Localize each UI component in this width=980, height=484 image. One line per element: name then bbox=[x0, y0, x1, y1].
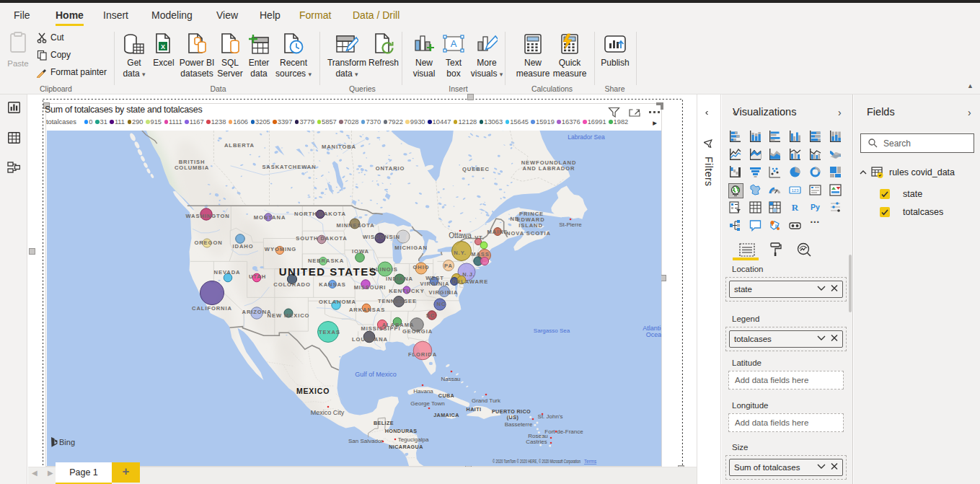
svg-text:Bing: Bing bbox=[59, 438, 75, 446]
svg-text:MEXICO: MEXICO bbox=[296, 387, 330, 395]
svg-text:Py: Py bbox=[811, 203, 820, 211]
svg-text:123: 123 bbox=[791, 188, 799, 193]
svg-text:NICARAGUA: NICARAGUA bbox=[389, 444, 423, 450]
svg-text:WISCONSIN: WISCONSIN bbox=[363, 234, 400, 240]
svg-text:OKLAHOMA: OKLAHOMA bbox=[319, 299, 356, 305]
svg-text:NEVADA: NEVADA bbox=[214, 269, 241, 276]
svg-text:Basseterre: Basseterre bbox=[505, 421, 533, 428]
svg-text:WYOMING: WYOMING bbox=[265, 246, 296, 252]
svg-text:VIRGINIA: VIRGINIA bbox=[429, 289, 459, 296]
svg-text:Fort-de-France: Fort-de-France bbox=[544, 428, 583, 435]
svg-text:TENNESSEE: TENNESSEE bbox=[378, 298, 417, 304]
svg-text:SASKATCHEWAN: SASKATCHEWAN bbox=[262, 164, 316, 170]
svg-text:CALIFORNIA: CALIFORNIA bbox=[192, 305, 232, 312]
svg-text:N.J.: N.J. bbox=[462, 271, 475, 278]
svg-text:FLORIDA: FLORIDA bbox=[408, 351, 437, 358]
svg-text:MICHIGAN: MICHIGAN bbox=[394, 245, 428, 251]
svg-text:DELAWARE: DELAWARE bbox=[452, 278, 488, 285]
svg-text:MANITOBA: MANITOBA bbox=[322, 144, 356, 150]
svg-text:Terms: Terms bbox=[584, 459, 596, 464]
svg-text:Ocean: Ocean bbox=[646, 331, 661, 338]
svg-text:VT.: VT. bbox=[474, 234, 485, 241]
svg-text:INDIANA: INDIANA bbox=[386, 276, 413, 282]
svg-text:LOUISIANA: LOUISIANA bbox=[352, 336, 388, 343]
svg-text:HAITI: HAITI bbox=[467, 406, 482, 413]
svg-text:HONDURAS: HONDURAS bbox=[385, 428, 418, 434]
svg-text:ALBERTA: ALBERTA bbox=[224, 142, 255, 149]
svg-text:Havana: Havana bbox=[413, 388, 433, 395]
svg-text:MASS: MASS bbox=[471, 251, 490, 258]
svg-text:BELIZE: BELIZE bbox=[374, 420, 394, 426]
svg-text:VIRGINIA: VIRGINIA bbox=[420, 281, 450, 287]
svg-text:PA: PA bbox=[444, 263, 453, 269]
svg-text:Grand Turk: Grand Turk bbox=[472, 397, 501, 404]
svg-text:Gulf of Mexico: Gulf of Mexico bbox=[355, 371, 397, 378]
svg-text:OHIO: OHIO bbox=[412, 264, 429, 270]
svg-text:N.Y.: N.Y. bbox=[454, 250, 467, 256]
svg-text:Ottawa: Ottawa bbox=[449, 232, 472, 239]
svg-text:ARIZONA: ARIZONA bbox=[242, 309, 272, 315]
svg-text:WASHINGTON: WASHINGTON bbox=[185, 213, 229, 219]
svg-text:NB: NB bbox=[511, 216, 520, 222]
svg-text:NORTH DAKOTA: NORTH DAKOTA bbox=[294, 211, 346, 217]
svg-text:NC: NC bbox=[437, 301, 446, 307]
svg-text:UNITED STATES: UNITED STATES bbox=[279, 265, 377, 278]
svg-text:SC: SC bbox=[426, 312, 435, 319]
svg-text:KENTUCKY: KENTUCKY bbox=[389, 288, 424, 294]
svg-text:JAMAICA: JAMAICA bbox=[433, 412, 459, 418]
svg-text:ARKANSAS: ARKANSAS bbox=[349, 307, 385, 313]
svg-text:ALABAMA: ALABAMA bbox=[382, 322, 415, 328]
svg-text:QUEBEC: QUEBEC bbox=[462, 166, 490, 172]
svg-text:MONTANA: MONTANA bbox=[254, 214, 286, 221]
svg-text:OREGON: OREGON bbox=[194, 239, 222, 246]
svg-text:COLORADO: COLORADO bbox=[273, 281, 311, 288]
svg-text:NEW MEXICO: NEW MEXICO bbox=[268, 312, 310, 319]
svg-text:Labrador Sea: Labrador Sea bbox=[568, 133, 605, 141]
svg-text:San Salvador: San Salvador bbox=[348, 438, 383, 444]
svg-text:SOUTH DAKOTA: SOUTH DAKOTA bbox=[296, 235, 347, 242]
svg-text:TEXAS: TEXAS bbox=[319, 329, 340, 335]
svg-text:UTAH: UTAH bbox=[249, 273, 266, 280]
svg-text:Sargasso Sea: Sargasso Sea bbox=[534, 327, 570, 334]
svg-text:COLUMBIA: COLUMBIA bbox=[175, 164, 209, 171]
svg-text:AND LABRADOR: AND LABRADOR bbox=[523, 165, 575, 172]
svg-text:IOWA: IOWA bbox=[352, 248, 369, 255]
svg-text:Nassau: Nassau bbox=[441, 376, 460, 382]
svg-text:ONTARIO: ONTARIO bbox=[376, 165, 405, 172]
svg-text:Mexico City: Mexico City bbox=[311, 409, 345, 416]
svg-text:St-Pierre: St-Pierre bbox=[559, 221, 582, 228]
svg-text:A: A bbox=[451, 38, 457, 49]
svg-text:© 2020 TomTom © 2020 HERE, © 2: © 2020 TomTom © 2020 HERE, © 2020 Micros… bbox=[493, 459, 581, 465]
svg-text:George Town: George Town bbox=[410, 400, 444, 407]
svg-text:Castries: Castries bbox=[526, 439, 547, 445]
svg-text:(US): (US) bbox=[507, 414, 519, 421]
svg-text:X: X bbox=[161, 43, 165, 50]
svg-text:Tegucigalpa: Tegucigalpa bbox=[398, 436, 429, 443]
svg-text:CUBA: CUBA bbox=[438, 392, 454, 399]
svg-text:MISSOURI: MISSOURI bbox=[354, 284, 387, 291]
svg-text:R: R bbox=[792, 202, 799, 213]
svg-text:GEORGIA: GEORGIA bbox=[402, 328, 433, 335]
svg-text:IDAHO: IDAHO bbox=[233, 243, 254, 250]
svg-text:KANSAS: KANSAS bbox=[319, 281, 345, 288]
svg-text:ISLAND: ISLAND bbox=[518, 222, 543, 229]
svg-text:MAINE: MAINE bbox=[487, 229, 508, 235]
svg-text:NEBRASKA: NEBRASKA bbox=[308, 258, 344, 264]
svg-text:MINNESOTA: MINNESOTA bbox=[336, 222, 374, 229]
svg-text:NOVA SCOTIA: NOVA SCOTIA bbox=[506, 230, 551, 237]
